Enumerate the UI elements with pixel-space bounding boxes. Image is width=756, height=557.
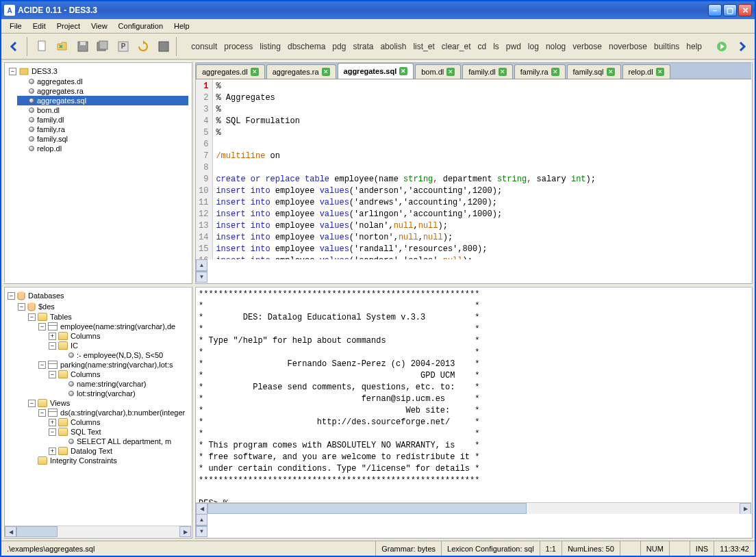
project-file[interactable]: aggregates.sql xyxy=(17,96,188,105)
console-output[interactable]: ****************************************… xyxy=(196,287,751,502)
cmd-help[interactable]: help xyxy=(683,40,705,53)
close-button[interactable]: ✕ xyxy=(738,4,752,16)
menu-project[interactable]: Project xyxy=(51,21,86,31)
collapse-icon[interactable]: − xyxy=(8,292,15,300)
editor-tab[interactable]: aggregates.sql✕ xyxy=(338,63,414,79)
db-tree-node[interactable]: +Datalog Text xyxy=(49,446,188,456)
refresh-button[interactable] xyxy=(135,37,152,56)
code-content[interactable]: %% Aggregates%% SQL Formulation% /multil… xyxy=(213,79,598,259)
scroll-left-icon[interactable]: ◀ xyxy=(196,503,207,514)
db-tree-node[interactable]: −IC xyxy=(49,341,188,350)
maximize-button[interactable]: ▢ xyxy=(723,4,737,16)
stop-button[interactable] xyxy=(155,37,172,56)
menu-help[interactable]: Help xyxy=(168,21,195,31)
cmd-consult[interactable]: consult xyxy=(188,40,220,53)
cmd-noverbose[interactable]: noverbose xyxy=(606,40,650,53)
project-file[interactable]: bom.dl xyxy=(17,105,188,115)
project-file[interactable]: family.dl xyxy=(17,115,188,125)
editor-tab[interactable]: aggregates.ra✕ xyxy=(266,64,336,79)
collapse-icon[interactable]: − xyxy=(28,313,36,321)
editor-tab[interactable]: aggregates.dl✕ xyxy=(196,64,265,79)
tab-close-icon[interactable]: ✕ xyxy=(322,68,330,76)
cmd-strata[interactable]: strata xyxy=(350,40,376,53)
project-file[interactable]: aggregates.ra xyxy=(17,86,188,96)
db-tree-node[interactable]: SELECT ALL department, m xyxy=(59,437,188,446)
cmd-list_et[interactable]: list_et xyxy=(410,40,437,53)
scroll-left-icon[interactable]: ◀ xyxy=(5,526,16,537)
code-editor[interactable]: 1234567891011121314151617 %% Aggregates%… xyxy=(196,79,751,259)
cmd-process[interactable]: process xyxy=(221,40,255,53)
expand-icon[interactable]: + xyxy=(49,333,56,340)
db-tree-node[interactable]: −Views xyxy=(28,398,188,408)
db-tree-node[interactable]: −Columns xyxy=(49,370,188,379)
collapse-icon[interactable]: − xyxy=(49,342,56,350)
db-tree-node[interactable]: −$des xyxy=(18,301,188,312)
scroll-right-icon[interactable]: ▶ xyxy=(740,503,751,514)
tab-close-icon[interactable]: ✕ xyxy=(251,68,259,76)
db-tree-node[interactable]: name:string(varchar) xyxy=(59,379,188,389)
cmd-nolog[interactable]: nolog xyxy=(543,40,568,53)
console-h-scrollbar[interactable]: ◀ ▶ xyxy=(196,502,751,514)
db-tree-node[interactable]: :- employee(N,D,S), S<50 xyxy=(59,350,188,360)
cmd-ls[interactable]: ls xyxy=(490,40,502,53)
editor-tab[interactable]: family.dl✕ xyxy=(462,64,513,79)
db-tree-node[interactable]: +Columns xyxy=(49,331,188,341)
project-file[interactable]: relop.dl xyxy=(17,144,188,153)
minimize-button[interactable]: – xyxy=(708,4,722,16)
db-tree-node[interactable]: lot:string(varchar) xyxy=(59,389,188,398)
save-all-button[interactable] xyxy=(94,37,112,56)
new-file-button[interactable] xyxy=(34,37,51,56)
editor-tab[interactable]: bom.dl✕ xyxy=(415,64,461,79)
tab-close-icon[interactable]: ✕ xyxy=(499,68,507,76)
save-button[interactable] xyxy=(74,37,91,56)
scroll-down-icon[interactable]: ▼ xyxy=(196,271,207,283)
db-tree-node[interactable]: −employee(name:string(varchar),de xyxy=(38,322,188,331)
project-file[interactable]: family.sql xyxy=(17,134,188,144)
cmd-clear_et[interactable]: clear_et xyxy=(439,40,474,53)
project-file[interactable]: family.ra xyxy=(17,125,188,134)
cmd-dbschema[interactable]: dbschema xyxy=(285,40,328,53)
db-tree-node[interactable]: −ds(a:string(varchar),b:number(integer xyxy=(38,408,188,417)
tab-close-icon[interactable]: ✕ xyxy=(551,68,559,76)
collapse-icon[interactable]: − xyxy=(38,409,46,417)
scroll-up-icon[interactable]: ▲ xyxy=(196,514,207,526)
menu-view[interactable]: View xyxy=(86,21,113,31)
tab-close-icon[interactable]: ✕ xyxy=(607,68,615,76)
collapse-icon[interactable]: − xyxy=(49,371,56,378)
project-root[interactable]: −DES3.3 xyxy=(8,66,188,77)
db-tree-node[interactable]: −Tables xyxy=(28,312,188,322)
menu-file[interactable]: File xyxy=(4,21,27,31)
run-button[interactable] xyxy=(713,37,730,56)
console-scrollbar[interactable]: ▲ ▼ xyxy=(196,514,207,537)
collapse-icon[interactable]: − xyxy=(49,428,56,436)
db-tree-node[interactable]: +Columns xyxy=(49,417,188,427)
menu-configuration[interactable]: Configuration xyxy=(113,21,168,31)
collapse-icon[interactable]: − xyxy=(18,303,25,311)
scroll-down-icon[interactable]: ▼ xyxy=(196,526,207,537)
editor-tab[interactable]: family.sql✕ xyxy=(567,64,621,79)
scroll-up-icon[interactable]: ▲ xyxy=(196,259,207,271)
collapse-icon[interactable]: − xyxy=(38,361,46,369)
cmd-builtins[interactable]: builtins xyxy=(651,40,682,53)
editor-scrollbar[interactable]: ▲ ▼ xyxy=(196,259,207,283)
forward-button[interactable] xyxy=(733,37,751,56)
project-file[interactable]: aggregates.dl xyxy=(17,77,188,86)
tab-close-icon[interactable]: ✕ xyxy=(399,67,407,75)
editor-tab[interactable]: relop.dl✕ xyxy=(622,64,670,79)
cmd-verbose[interactable]: verbose xyxy=(570,40,605,53)
menu-edit[interactable]: Edit xyxy=(27,21,51,31)
cmd-listing[interactable]: listing xyxy=(257,40,284,53)
title-bar[interactable]: A ACIDE 0.11 - DES3.3 – ▢ ✕ xyxy=(1,1,755,19)
db-h-scrollbar[interactable]: ◀ ▶ xyxy=(5,526,191,537)
cmd-abolish[interactable]: abolish xyxy=(377,40,409,53)
expand-icon[interactable]: + xyxy=(49,448,56,455)
collapse-icon[interactable]: − xyxy=(9,68,16,75)
editor-tab[interactable]: family.ra✕ xyxy=(514,64,566,79)
cmd-pdg[interactable]: pdg xyxy=(329,40,349,53)
scroll-right-icon[interactable]: ▶ xyxy=(179,526,191,537)
tab-close-icon[interactable]: ✕ xyxy=(656,68,664,76)
back-button[interactable] xyxy=(5,37,23,56)
db-tree-node[interactable]: Integrity Constraints xyxy=(28,456,188,465)
db-tree-node[interactable]: −parking(name:string(varchar),lot:s xyxy=(38,360,188,370)
cmd-log[interactable]: log xyxy=(525,40,542,53)
